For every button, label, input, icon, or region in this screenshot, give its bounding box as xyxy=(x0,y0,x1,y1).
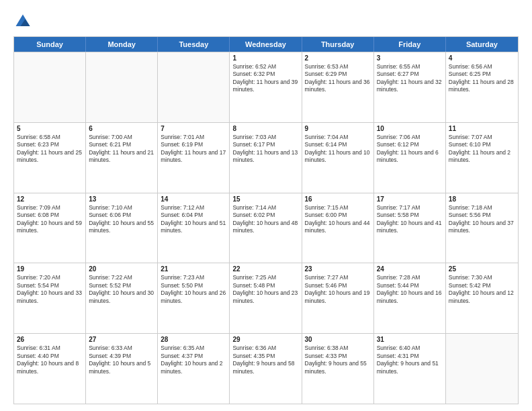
cell-info: Sunrise: 7:23 AM Sunset: 5:50 PM Dayligh… xyxy=(161,274,226,305)
day-cell-29: 29Sunrise: 6:36 AM Sunset: 4:35 PM Dayli… xyxy=(230,334,302,404)
cell-info: Sunrise: 7:03 AM Sunset: 6:17 PM Dayligh… xyxy=(232,134,298,165)
calendar-week-4: 19Sunrise: 7:20 AM Sunset: 5:54 PM Dayli… xyxy=(14,263,518,333)
day-cell-10: 10Sunrise: 7:06 AM Sunset: 6:12 PM Dayli… xyxy=(374,123,446,193)
cell-info: Sunrise: 6:38 AM Sunset: 4:33 PM Dayligh… xyxy=(305,345,371,375)
day-cell-1: 1Sunrise: 6:52 AM Sunset: 6:32 PM Daylig… xyxy=(230,52,302,122)
day-cell-8: 8Sunrise: 7:03 AM Sunset: 6:17 PM Daylig… xyxy=(230,123,302,193)
day-number: 22 xyxy=(232,265,298,273)
day-number: 25 xyxy=(449,265,515,273)
cell-info: Sunrise: 7:09 AM Sunset: 6:08 PM Dayligh… xyxy=(17,204,83,235)
logo-icon xyxy=(13,12,32,31)
header-day-wednesday: Wednesday xyxy=(230,37,302,52)
header-day-tuesday: Tuesday xyxy=(158,37,230,52)
day-cell-25: 25Sunrise: 7:30 AM Sunset: 5:42 PM Dayli… xyxy=(446,263,518,333)
day-cell-21: 21Sunrise: 7:23 AM Sunset: 5:50 PM Dayli… xyxy=(158,263,230,333)
cell-info: Sunrise: 6:55 AM Sunset: 6:27 PM Dayligh… xyxy=(377,63,443,94)
cell-info: Sunrise: 7:20 AM Sunset: 5:54 PM Dayligh… xyxy=(17,274,83,305)
calendar-week-5: 26Sunrise: 6:31 AM Sunset: 4:40 PM Dayli… xyxy=(14,333,518,404)
cell-info: Sunrise: 7:30 AM Sunset: 5:42 PM Dayligh… xyxy=(449,274,515,305)
day-cell-24: 24Sunrise: 7:28 AM Sunset: 5:44 PM Dayli… xyxy=(374,263,446,333)
cell-info: Sunrise: 6:53 AM Sunset: 6:29 PM Dayligh… xyxy=(305,63,371,94)
day-number: 6 xyxy=(89,125,154,132)
day-number: 31 xyxy=(377,336,443,343)
day-cell-18: 18Sunrise: 7:18 AM Sunset: 5:56 PM Dayli… xyxy=(446,193,518,263)
day-cell-14: 14Sunrise: 7:12 AM Sunset: 6:04 PM Dayli… xyxy=(158,193,230,263)
cell-info: Sunrise: 7:10 AM Sunset: 6:06 PM Dayligh… xyxy=(89,204,154,235)
day-cell-6: 6Sunrise: 7:00 AM Sunset: 6:21 PM Daylig… xyxy=(86,123,158,193)
day-cell-7: 7Sunrise: 7:01 AM Sunset: 6:19 PM Daylig… xyxy=(158,123,230,193)
day-number: 4 xyxy=(449,54,515,62)
day-cell-26: 26Sunrise: 6:31 AM Sunset: 4:40 PM Dayli… xyxy=(14,334,86,404)
day-number: 9 xyxy=(305,125,371,132)
day-cell-12: 12Sunrise: 7:09 AM Sunset: 6:08 PM Dayli… xyxy=(14,193,86,263)
cell-info: Sunrise: 6:35 AM Sunset: 4:37 PM Dayligh… xyxy=(161,345,226,375)
cell-info: Sunrise: 6:31 AM Sunset: 4:40 PM Dayligh… xyxy=(17,345,83,375)
cell-info: Sunrise: 7:25 AM Sunset: 5:48 PM Dayligh… xyxy=(232,274,298,305)
day-cell-31: 31Sunrise: 6:40 AM Sunset: 4:31 PM Dayli… xyxy=(374,334,446,404)
day-number: 5 xyxy=(17,125,83,132)
day-cell-20: 20Sunrise: 7:22 AM Sunset: 5:52 PM Dayli… xyxy=(86,263,158,333)
day-number: 21 xyxy=(161,265,226,273)
day-number: 27 xyxy=(89,336,154,343)
day-cell-28: 28Sunrise: 6:35 AM Sunset: 4:37 PM Dayli… xyxy=(158,334,230,404)
cell-info: Sunrise: 7:04 AM Sunset: 6:14 PM Dayligh… xyxy=(305,134,371,165)
cell-info: Sunrise: 7:17 AM Sunset: 5:58 PM Dayligh… xyxy=(377,204,443,235)
cell-info: Sunrise: 7:18 AM Sunset: 5:56 PM Dayligh… xyxy=(449,204,515,235)
cell-info: Sunrise: 6:40 AM Sunset: 4:31 PM Dayligh… xyxy=(377,345,443,375)
calendar-week-2: 5Sunrise: 6:58 AM Sunset: 6:23 PM Daylig… xyxy=(14,122,518,193)
day-cell-13: 13Sunrise: 7:10 AM Sunset: 6:06 PM Dayli… xyxy=(86,193,158,263)
day-cell-17: 17Sunrise: 7:17 AM Sunset: 5:58 PM Dayli… xyxy=(374,193,446,263)
day-number: 3 xyxy=(377,54,443,62)
day-number: 13 xyxy=(89,195,154,203)
day-cell-15: 15Sunrise: 7:14 AM Sunset: 6:02 PM Dayli… xyxy=(230,193,302,263)
calendar: SundayMondayTuesdayWednesdayThursdayFrid… xyxy=(13,36,519,404)
day-number: 14 xyxy=(161,195,226,203)
day-number: 11 xyxy=(449,125,515,132)
day-number: 10 xyxy=(377,125,443,132)
day-number: 12 xyxy=(17,195,83,203)
day-number: 20 xyxy=(89,265,154,273)
day-number: 23 xyxy=(305,265,371,273)
day-number: 1 xyxy=(232,54,298,62)
day-number: 17 xyxy=(377,195,443,203)
cell-info: Sunrise: 6:52 AM Sunset: 6:32 PM Dayligh… xyxy=(232,63,298,94)
cell-info: Sunrise: 6:58 AM Sunset: 6:23 PM Dayligh… xyxy=(17,134,83,165)
day-cell-3: 3Sunrise: 6:55 AM Sunset: 6:27 PM Daylig… xyxy=(374,52,446,122)
cell-info: Sunrise: 7:06 AM Sunset: 6:12 PM Dayligh… xyxy=(377,134,443,165)
cell-info: Sunrise: 7:27 AM Sunset: 5:46 PM Dayligh… xyxy=(305,274,371,305)
cell-info: Sunrise: 6:56 AM Sunset: 6:25 PM Dayligh… xyxy=(449,63,515,94)
cell-info: Sunrise: 6:33 AM Sunset: 4:39 PM Dayligh… xyxy=(89,345,154,375)
logo xyxy=(13,12,35,31)
header xyxy=(13,12,519,31)
empty-cell xyxy=(158,52,230,122)
header-day-sunday: Sunday xyxy=(14,37,86,52)
calendar-week-3: 12Sunrise: 7:09 AM Sunset: 6:08 PM Dayli… xyxy=(14,193,518,263)
cell-info: Sunrise: 7:28 AM Sunset: 5:44 PM Dayligh… xyxy=(377,274,443,305)
empty-cell xyxy=(446,334,518,404)
cell-info: Sunrise: 7:22 AM Sunset: 5:52 PM Dayligh… xyxy=(89,274,154,305)
cell-info: Sunrise: 6:36 AM Sunset: 4:35 PM Dayligh… xyxy=(232,345,298,375)
header-day-saturday: Saturday xyxy=(446,37,518,52)
day-number: 24 xyxy=(377,265,443,273)
day-number: 28 xyxy=(161,336,226,343)
header-day-friday: Friday xyxy=(374,37,446,52)
day-number: 18 xyxy=(449,195,515,203)
day-number: 2 xyxy=(305,54,371,62)
day-cell-2: 2Sunrise: 6:53 AM Sunset: 6:29 PM Daylig… xyxy=(302,52,374,122)
empty-cell xyxy=(14,52,86,122)
calendar-header: SundayMondayTuesdayWednesdayThursdayFrid… xyxy=(14,37,518,52)
cell-info: Sunrise: 7:07 AM Sunset: 6:10 PM Dayligh… xyxy=(449,134,515,165)
day-number: 15 xyxy=(232,195,298,203)
page: SundayMondayTuesdayWednesdayThursdayFrid… xyxy=(0,0,532,411)
day-cell-11: 11Sunrise: 7:07 AM Sunset: 6:10 PM Dayli… xyxy=(446,123,518,193)
day-cell-19: 19Sunrise: 7:20 AM Sunset: 5:54 PM Dayli… xyxy=(14,263,86,333)
empty-cell xyxy=(86,52,158,122)
cell-info: Sunrise: 7:01 AM Sunset: 6:19 PM Dayligh… xyxy=(161,134,226,165)
day-cell-23: 23Sunrise: 7:27 AM Sunset: 5:46 PM Dayli… xyxy=(302,263,374,333)
day-number: 29 xyxy=(232,336,298,343)
day-number: 30 xyxy=(305,336,371,343)
day-number: 26 xyxy=(17,336,83,343)
cell-info: Sunrise: 7:12 AM Sunset: 6:04 PM Dayligh… xyxy=(161,204,226,235)
cell-info: Sunrise: 7:15 AM Sunset: 6:00 PM Dayligh… xyxy=(305,204,371,235)
day-cell-5: 5Sunrise: 6:58 AM Sunset: 6:23 PM Daylig… xyxy=(14,123,86,193)
